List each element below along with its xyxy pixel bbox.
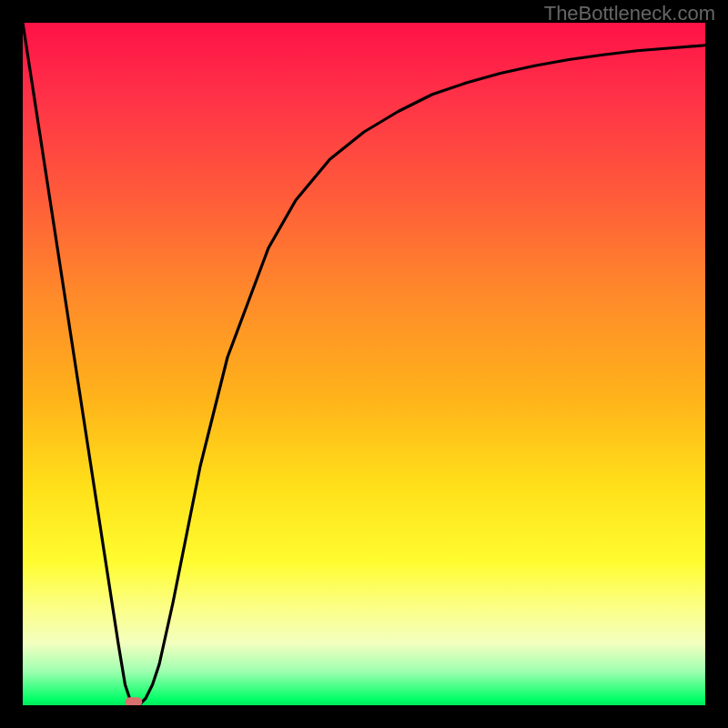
chart-container: TheBottleneck.com	[0, 0, 728, 728]
chart-svg	[23, 23, 705, 705]
series-bottleneck-curve	[23, 23, 705, 705]
watermark-label: TheBottleneck.com	[544, 2, 715, 25]
chart-layer	[23, 23, 705, 705]
minimum-marker	[126, 697, 143, 705]
plot-area	[23, 23, 705, 705]
